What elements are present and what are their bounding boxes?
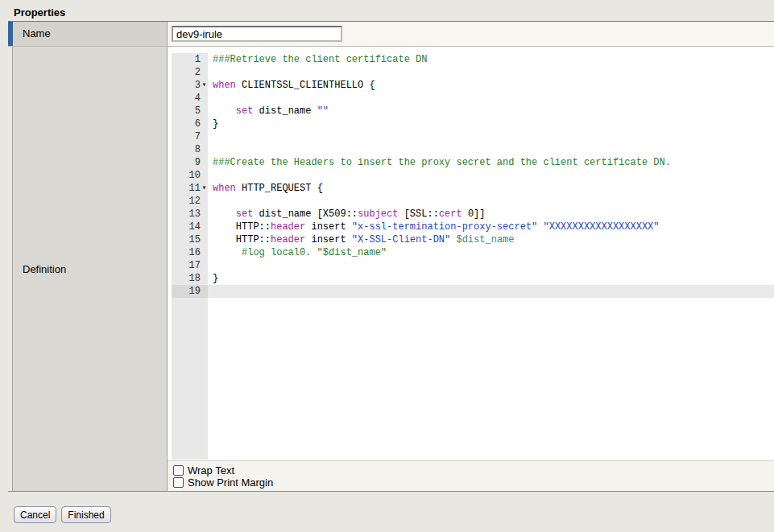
definition-label-cell: Definition bbox=[12, 47, 168, 491]
line-number: 17 bbox=[189, 259, 201, 272]
line-number: 4 bbox=[195, 92, 201, 105]
gutter-line-number: 10 bbox=[172, 169, 208, 182]
name-input[interactable] bbox=[172, 26, 342, 42]
line-number: 18 bbox=[189, 272, 201, 285]
line-number: 14 bbox=[189, 221, 201, 233]
code-line[interactable] bbox=[208, 143, 774, 156]
checkbox-show-print-margin[interactable] bbox=[173, 477, 184, 488]
fold-slot bbox=[201, 272, 208, 285]
line-number: 3 bbox=[195, 79, 201, 92]
page-title: Properties bbox=[14, 6, 65, 19]
fold-slot bbox=[201, 53, 208, 66]
gutter-line-number: 16 bbox=[172, 246, 208, 259]
gutter-line-number: 1 bbox=[172, 53, 208, 66]
line-number: 7 bbox=[195, 130, 201, 143]
code-line[interactable] bbox=[208, 259, 774, 272]
gutter-line-number: 7 bbox=[172, 130, 208, 143]
gutter-line-number: 12 bbox=[172, 195, 208, 208]
gutter-line-number: 5 bbox=[172, 105, 208, 118]
code-line[interactable] bbox=[208, 195, 774, 208]
code-line[interactable]: } bbox=[208, 118, 774, 130]
name-value-cell bbox=[168, 22, 774, 46]
gutter-line-number: 6 bbox=[172, 118, 208, 130]
gutter-line-number: 8 bbox=[172, 143, 208, 156]
line-number: 6 bbox=[195, 118, 201, 130]
fold-slot bbox=[201, 208, 208, 221]
fold-arrow-icon[interactable]: ▾ bbox=[201, 182, 208, 195]
code-line[interactable]: } bbox=[208, 272, 774, 285]
fold-slot bbox=[201, 118, 208, 130]
checkbox-label: Wrap Text bbox=[188, 464, 234, 476]
gutter-line-number: 17 bbox=[172, 259, 208, 272]
fold-slot bbox=[201, 156, 208, 169]
code-line[interactable]: HTTP::header insert "x-ssl-termination-p… bbox=[208, 221, 774, 233]
code-line[interactable] bbox=[208, 92, 774, 105]
gutter-line-number: 13 bbox=[172, 208, 208, 221]
line-number: 16 bbox=[189, 246, 201, 259]
code-line[interactable] bbox=[208, 169, 774, 182]
checkbox-label: Show Print Margin bbox=[188, 476, 273, 489]
name-label: Name bbox=[13, 22, 167, 46]
fold-slot bbox=[201, 259, 208, 272]
fold-slot bbox=[201, 285, 208, 298]
code-line[interactable]: ###Create the Headers to insert the prox… bbox=[208, 156, 774, 169]
line-number: 10 bbox=[189, 169, 201, 182]
line-number: 19 bbox=[189, 285, 201, 298]
code-editor[interactable]: 123▾4567891011▾1213141516171819 ###Retri… bbox=[168, 47, 774, 491]
fold-arrow-icon[interactable]: ▾ bbox=[201, 79, 208, 92]
code-line[interactable] bbox=[208, 66, 774, 79]
line-number: 12 bbox=[189, 195, 201, 208]
checkbox-wrap-text[interactable] bbox=[173, 465, 184, 476]
editor-option-row: Wrap Text bbox=[173, 464, 774, 476]
fold-slot bbox=[201, 233, 208, 246]
line-number: 2 bbox=[195, 66, 201, 79]
line-number: 1 bbox=[195, 53, 201, 66]
gutter-line-number: 19 bbox=[172, 285, 208, 298]
editor-options-bar: Wrap TextShow Print Margin bbox=[168, 460, 774, 491]
code-line[interactable]: ###Retrieve the client certificate DN bbox=[208, 53, 774, 66]
gutter-line-number: 11▾ bbox=[172, 182, 208, 195]
name-row: Name bbox=[8, 22, 774, 46]
gutter-line-number: 18 bbox=[172, 272, 208, 285]
gutter-line-number: 3▾ bbox=[172, 79, 208, 92]
gutter-line-number: 14 bbox=[172, 221, 208, 233]
fold-slot bbox=[201, 143, 208, 156]
fold-slot bbox=[201, 92, 208, 105]
definition-label: Definition bbox=[13, 263, 66, 275]
code-line[interactable]: when CLIENTSSL_CLIENTHELLO { bbox=[208, 79, 774, 92]
action-buttons: Cancel Finished bbox=[14, 506, 111, 523]
code-line[interactable]: HTTP::header insert "X-SSL-Client-DN" $d… bbox=[208, 233, 774, 246]
code-line[interactable]: when HTTP_REQUEST { bbox=[208, 182, 774, 195]
fold-slot bbox=[201, 105, 208, 118]
code-line[interactable] bbox=[208, 285, 774, 298]
code-line[interactable]: set dist_name [X509::subject [SSL::cert … bbox=[208, 208, 774, 221]
gutter-line-number: 4 bbox=[172, 92, 208, 105]
fold-slot bbox=[201, 66, 208, 79]
gutter-line-number: 15 bbox=[172, 233, 208, 246]
fold-slot bbox=[201, 246, 208, 259]
fold-slot bbox=[201, 130, 208, 143]
gutter-line-number: 2 bbox=[172, 66, 208, 79]
finished-button[interactable]: Finished bbox=[61, 506, 110, 523]
cancel-button[interactable]: Cancel bbox=[14, 506, 56, 523]
editor-code[interactable]: ###Retrieve the client certificate DNwhe… bbox=[208, 53, 774, 298]
fold-slot bbox=[201, 195, 208, 208]
properties-table: Name Definition 123▾4567891011▾121314151… bbox=[8, 21, 774, 492]
line-number: 5 bbox=[195, 105, 201, 118]
gutter-line-number: 9 bbox=[172, 156, 208, 169]
definition-row: Definition 123▾4567891011▾12131415161718… bbox=[8, 47, 774, 491]
fold-slot bbox=[201, 169, 208, 182]
table-bottom-border bbox=[8, 491, 774, 492]
line-number: 11 bbox=[189, 182, 201, 195]
code-line[interactable]: set dist_name "" bbox=[208, 105, 774, 118]
line-number: 8 bbox=[195, 143, 201, 156]
code-line[interactable] bbox=[208, 130, 774, 143]
line-number: 9 bbox=[195, 156, 201, 169]
line-number: 13 bbox=[189, 208, 201, 221]
editor-gutter: 123▾4567891011▾1213141516171819 bbox=[172, 53, 208, 460]
line-number: 15 bbox=[189, 233, 201, 246]
editor-option-row: Show Print Margin bbox=[173, 476, 774, 489]
fold-slot bbox=[201, 221, 208, 233]
code-line[interactable]: #log local0. "$dist_name" bbox=[208, 246, 774, 259]
name-label-cell: Name bbox=[8, 22, 168, 46]
